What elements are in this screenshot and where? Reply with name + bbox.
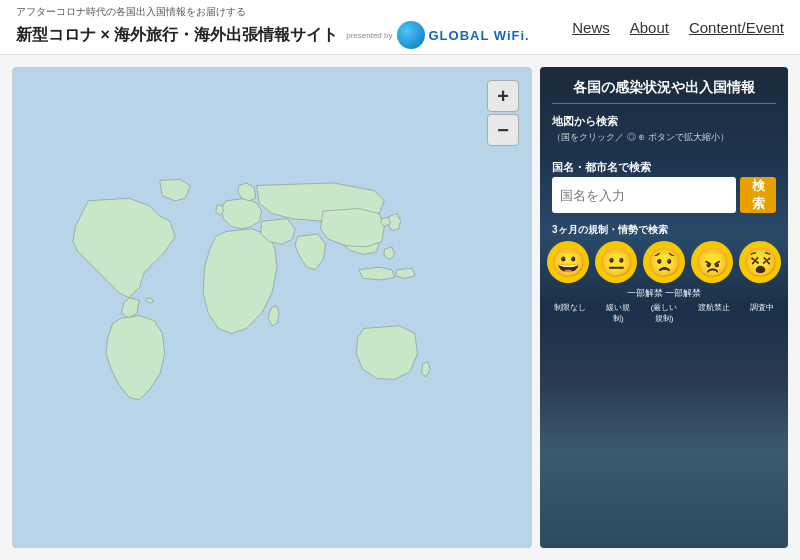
map-area[interactable]: + −: [12, 67, 532, 548]
nav-news[interactable]: News: [572, 19, 610, 36]
partial-open-label: 一部解禁 一部解禁: [627, 288, 702, 298]
emoji-neutral-icon[interactable]: 😐: [595, 241, 637, 283]
map-search-section: 地図から検索 （国をクリック／ ◎ ⊕ ボタンで拡大縮小）: [552, 114, 776, 150]
site-title: 新型コロナ × 海外旅行・海外出張情報サイト: [16, 25, 338, 46]
header-logo: presented by GLOBAL WiFi.: [346, 21, 529, 49]
label-travel-ban: 渡航禁止: [698, 302, 730, 324]
search-row: 検索: [552, 177, 776, 213]
label-investigating: 調査中: [750, 302, 774, 324]
emoji-sublabel-top: 一部解禁 一部解禁: [552, 287, 776, 300]
emoji-item-partial[interactable]: 😟: [643, 241, 685, 283]
map-svg-container: [13, 68, 531, 547]
logo-presented-text: presented by: [346, 31, 392, 40]
label-strict: (厳しい規制): [651, 302, 678, 324]
emoji-sublabel-area: 一部解禁 一部解禁 制限なし 緩い規制) (厳しい規制) 渡航禁止 調査中: [552, 287, 776, 324]
search-button[interactable]: 検索: [740, 177, 776, 213]
country-search-input[interactable]: [552, 177, 736, 213]
logo-name: GLOBAL WiFi.: [429, 28, 530, 43]
zoom-out-button[interactable]: −: [487, 114, 519, 146]
emoji-item-investigating[interactable]: 😵: [739, 241, 781, 283]
world-map-svg[interactable]: [27, 138, 517, 478]
emoji-happy-icon[interactable]: 😀: [547, 241, 589, 283]
map-search-label: 地図から検索: [552, 114, 776, 129]
emoji-labels-bottom: 制限なし 緩い規制) (厳しい規制) 渡航禁止 調査中: [552, 302, 776, 324]
presented-by-label: presented by: [346, 31, 392, 40]
panel-title: 各国の感染状況や出入国情報: [552, 79, 776, 104]
name-search-label: 国名・都市名で検索: [552, 160, 776, 175]
nav-content-event[interactable]: Content/Event: [689, 19, 784, 36]
label-no-restriction: 制限なし: [554, 302, 586, 324]
trend-search-section: 3ヶ月の規制・情勢で検索 😀 😐 😟 😠 😵: [552, 223, 776, 324]
map-search-sublabel: （国をクリック／ ◎ ⊕ ボタンで拡大縮小）: [552, 131, 776, 144]
emoji-item-banned[interactable]: 😠: [691, 241, 733, 283]
zoom-controls: + −: [487, 80, 519, 146]
emoji-dizzy-icon[interactable]: 😵: [739, 241, 781, 283]
main-nav: News About Content/Event: [572, 19, 784, 36]
header-title: 新型コロナ × 海外旅行・海外出張情報サイト presented by GLOB…: [16, 21, 530, 49]
emoji-item-no-restriction[interactable]: 😀: [547, 241, 589, 283]
globe-icon: [397, 21, 425, 49]
emoji-item-loose[interactable]: 😐: [595, 241, 637, 283]
nav-about[interactable]: About: [630, 19, 669, 36]
header-left: アフターコロナ時代の各国出入国情報をお届けする 新型コロナ × 海外旅行・海外出…: [16, 5, 530, 49]
country-search-section: 国名・都市名で検索 検索: [552, 160, 776, 213]
zoom-in-button[interactable]: +: [487, 80, 519, 112]
label-loose: 緩い規制): [606, 302, 630, 324]
header: アフターコロナ時代の各国出入国情報をお届けする 新型コロナ × 海外旅行・海外出…: [0, 0, 800, 55]
panel-content: 各国の感染状況や出入国情報 地図から検索 （国をクリック／ ◎ ⊕ ボタンで拡大…: [540, 67, 788, 548]
right-panel: 各国の感染状況や出入国情報 地図から検索 （国をクリック／ ◎ ⊕ ボタンで拡大…: [540, 67, 788, 548]
emoji-row: 😀 😐 😟 😠 😵: [552, 241, 776, 283]
emoji-worried-icon[interactable]: 😟: [643, 241, 685, 283]
trend-label: 3ヶ月の規制・情勢で検索: [552, 223, 776, 237]
main-area: + −: [0, 55, 800, 560]
emoji-angry-icon[interactable]: 😠: [691, 241, 733, 283]
header-subtitle: アフターコロナ時代の各国出入国情報をお届けする: [16, 5, 530, 19]
